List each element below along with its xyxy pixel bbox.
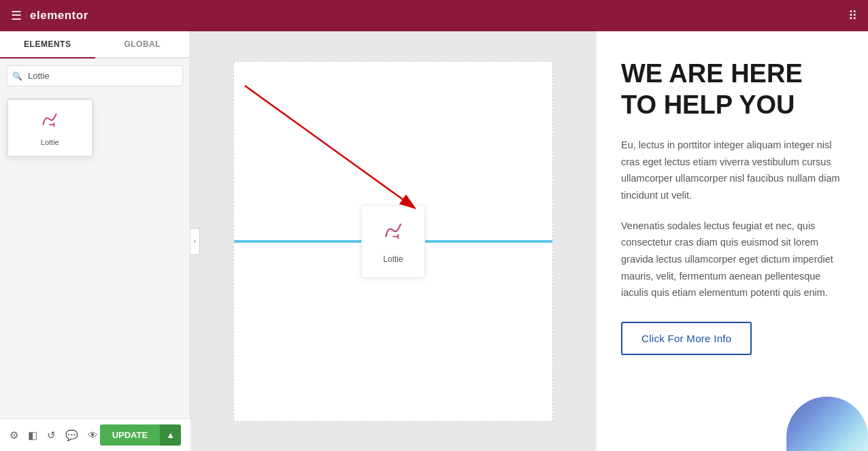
widget-label-lottie: Lottie	[41, 138, 59, 146]
layers-icon[interactable]: ◧	[28, 429, 37, 441]
page-frame: Lottie	[233, 61, 553, 422]
update-button[interactable]: UPDATE	[100, 424, 160, 446]
settings-icon[interactable]: ⚙	[10, 429, 18, 441]
collapse-handle[interactable]: ‹	[190, 228, 200, 255]
sidebar: ELEMENTS GLOBAL 🔍 Lottie ⚙	[0, 31, 190, 451]
right-panel: WE ARE HERE TO HELP YOU Eu, lectus in po…	[596, 31, 868, 451]
bottom-bar: ⚙ ◧ ↺ 💬 👁 UPDATE ▲	[0, 418, 190, 451]
right-title: WE ARE HERE TO HELP YOU	[621, 59, 844, 120]
history-icon[interactable]: ↺	[47, 429, 56, 441]
notes-icon[interactable]: 💬	[65, 429, 78, 441]
canvas-area: ‹ Lottie	[190, 31, 596, 451]
lottie-widget-icon	[39, 110, 61, 134]
search-box: 🔍	[7, 65, 183, 86]
update-arrow-button[interactable]: ▲	[160, 424, 181, 446]
preview-icon[interactable]: 👁	[88, 429, 98, 441]
search-input[interactable]	[7, 65, 183, 86]
flower-decoration	[786, 397, 868, 451]
bottom-icons: ⚙ ◧ ↺ 💬 👁	[10, 429, 98, 441]
widget-grid: Lottie	[0, 93, 190, 163]
search-icon: 🔍	[12, 71, 22, 81]
right-para-2: Venenatis sodales lectus feugiat et nec,…	[621, 218, 844, 301]
widget-drop-preview: Lottie	[361, 205, 425, 278]
preview-lottie-label: Lottie	[383, 254, 403, 263]
hamburger-icon[interactable]: ☰	[11, 8, 22, 23]
elementor-logo: elementor	[30, 9, 88, 22]
tab-global[interactable]: GLOBAL	[95, 31, 190, 57]
top-bar: ☰ elementor ⠿	[0, 0, 868, 31]
preview-lottie-icon	[381, 219, 405, 248]
cta-button[interactable]: Click For More Info	[621, 322, 752, 355]
widget-card-lottie[interactable]: Lottie	[7, 99, 93, 157]
apps-grid-icon[interactable]: ⠿	[848, 8, 857, 23]
update-btn-group: UPDATE ▲	[100, 424, 181, 446]
tab-elements[interactable]: ELEMENTS	[0, 31, 95, 59]
right-para-1: Eu, lectus in porttitor integer aliquam …	[621, 137, 844, 204]
main-layout: ELEMENTS GLOBAL 🔍 Lottie ⚙	[0, 31, 868, 451]
sidebar-tabs: ELEMENTS GLOBAL	[0, 31, 190, 59]
